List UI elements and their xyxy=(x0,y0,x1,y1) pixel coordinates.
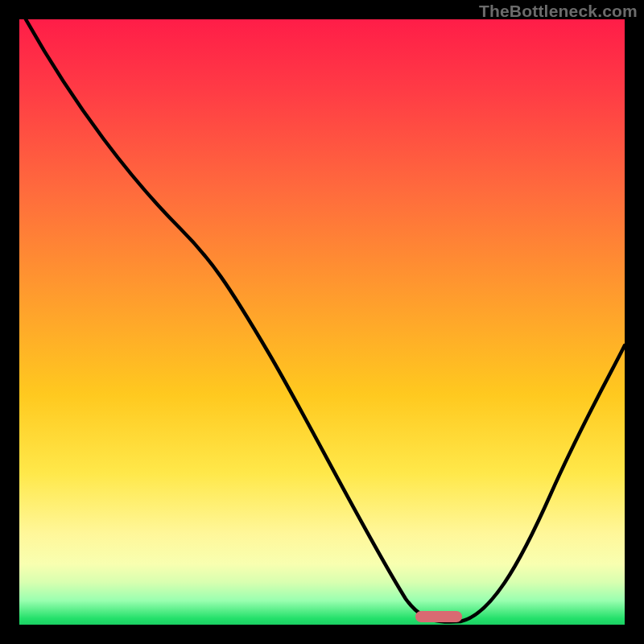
optimal-range-marker xyxy=(415,611,462,622)
bottleneck-curve xyxy=(19,19,625,625)
frame: TheBottleneck.com xyxy=(0,0,644,644)
plot-area xyxy=(19,19,625,625)
watermark-text: TheBottleneck.com xyxy=(479,2,638,21)
